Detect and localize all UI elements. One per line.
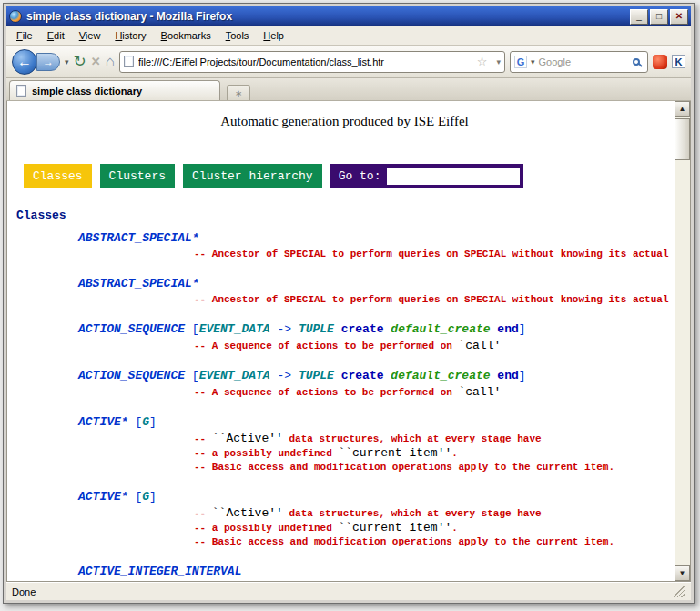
extension-red-icon[interactable] [653, 55, 667, 69]
navigation-toolbar: ← → ▾ ↻ ✕ ⌂ file:///C:/Eiffel Projects/t… [6, 46, 691, 78]
menu-help[interactable]: Help [257, 27, 290, 44]
scroll-up-icon[interactable]: ▲ [675, 101, 690, 117]
tab-simple-class-dictionary[interactable]: simple class dictionary [9, 80, 220, 100]
class-signature-link[interactable]: ABSTRACT_SPECIAL* [78, 231, 675, 246]
browser-window: simple class dictionary - Mozilla Firefo… [3, 3, 695, 604]
class-comments: -- A sequence of actions to be performed… [194, 385, 675, 400]
class-comments: -- A sequence of actions to be performed… [194, 339, 675, 353]
class-signature-link[interactable]: ACTIVE_INTEGER_INTERVAL [78, 565, 675, 579]
menu-view[interactable]: View [73, 27, 107, 44]
goto-input[interactable] [387, 168, 520, 185]
tabbar: simple class dictionary ∗ [6, 78, 691, 101]
comment-line: -- A sequence of actions to be performed… [194, 385, 675, 400]
content-area: Automatic generation produced by ISE Eif… [6, 101, 691, 582]
page-icon [124, 56, 134, 67]
nav-button-cluster-hierarchy[interactable]: Cluster hierarchy [183, 164, 322, 188]
class-entry: ACTIVE* [G]-- ``Active'' data structures… [78, 490, 675, 549]
class-signature-link[interactable]: ACTIVE* [G] [78, 415, 675, 430]
window-title: simple class dictionary - Mozilla Firefo… [26, 10, 625, 23]
nav-button-classes[interactable]: Classes [24, 164, 92, 188]
page-title: Automatic generation produced by ISE Eif… [15, 114, 675, 129]
comment-line: -- a possibly undefined ``current item''… [194, 446, 675, 461]
minimize-button[interactable]: _ [630, 9, 648, 25]
goto-box: Go to: [330, 164, 524, 188]
firefox-icon [9, 10, 22, 23]
menu-edit[interactable]: Edit [41, 27, 71, 44]
menu-history[interactable]: History [108, 27, 152, 44]
comment-line: -- a possibly undefined ``current item''… [194, 521, 675, 535]
scroll-down-icon[interactable]: ▼ [675, 565, 690, 581]
comment-line: -- Ancestor of SPECIAL to perform querie… [194, 293, 675, 307]
class-signature-link[interactable]: ACTIVE* [G] [78, 490, 675, 504]
class-comments: -- ``Active'' data structures, which at … [194, 432, 675, 474]
url-text[interactable]: file:///C:/Eiffel Projects/tour/Document… [138, 56, 472, 67]
status-text: Done [12, 586, 36, 597]
class-signature-link[interactable]: ACTION_SEQUENCE [EVENT_DATA -> TUPLE cre… [78, 369, 675, 383]
nav-button-clusters[interactable]: Clusters [100, 164, 175, 188]
google-icon: G [514, 56, 527, 68]
maximize-button[interactable]: □ [650, 9, 668, 25]
goto-label: Go to: [339, 169, 381, 183]
bookmark-star-icon[interactable]: ☆ [477, 55, 488, 68]
classes-heading: Classes [16, 209, 675, 222]
extension-k-icon[interactable]: K [672, 55, 685, 68]
class-comments: -- Ancestor of SPECIAL to perform querie… [194, 248, 675, 261]
url-dropdown-icon[interactable]: ▾ [492, 57, 501, 66]
resize-grip[interactable] [674, 586, 685, 597]
home-button[interactable]: ⌂ [106, 54, 115, 69]
class-signature-link[interactable]: ACTION_SEQUENCE [EVENT_DATA -> TUPLE cre… [78, 322, 675, 337]
class-entry: ACTION_SEQUENCE [EVENT_DATA -> TUPLE cre… [78, 369, 675, 400]
menubar: FileEditViewHistoryBookmarksToolsHelp [6, 26, 691, 46]
titlebar[interactable]: simple class dictionary - Mozilla Firefo… [6, 6, 691, 26]
class-entry: ABSTRACT_SPECIAL*-- Ancestor of SPECIAL … [78, 231, 675, 261]
page-nav-row: ClassesClustersCluster hierarchy Go to: [24, 164, 675, 188]
forward-button[interactable]: → [36, 53, 60, 71]
search-engine-dropdown-icon[interactable]: ▾ [531, 57, 535, 66]
class-signature-link[interactable]: ABSTRACT_SPECIAL* [78, 277, 675, 291]
tab-label: simple class dictionary [32, 86, 142, 97]
tab-page-icon [16, 85, 26, 97]
back-button[interactable]: ← [12, 49, 37, 75]
new-tab-button[interactable]: ∗ [227, 85, 250, 100]
page: Automatic generation produced by ISE Eif… [7, 101, 675, 581]
menu-file[interactable]: File [10, 27, 39, 44]
menu-tools[interactable]: Tools [219, 27, 256, 44]
window-controls: _ □ ✕ [630, 9, 688, 25]
stop-button[interactable]: ✕ [91, 55, 101, 68]
comment-line: -- ``Active'' data structures, which at … [194, 432, 675, 446]
comment-line: -- Basic access and modification operati… [194, 461, 675, 474]
comment-line: -- Basic access and modification operati… [194, 535, 675, 549]
close-button[interactable]: ✕ [670, 9, 688, 25]
comment-line: -- ``Active'' data structures, which at … [194, 506, 675, 521]
search-input[interactable]: Google [539, 56, 629, 67]
class-entry: ABSTRACT_SPECIAL*-- Ancestor of SPECIAL … [78, 277, 675, 307]
history-dropdown-icon[interactable]: ▾ [65, 57, 69, 66]
vertical-scrollbar[interactable]: ▲ ▼ [675, 101, 690, 581]
search-icon[interactable] [633, 58, 640, 66]
class-comments: -- Ancestor of SPECIAL to perform querie… [194, 293, 675, 307]
comment-line: -- A sequence of actions to be performed… [194, 339, 675, 353]
scrollbar-thumb[interactable] [675, 118, 690, 160]
class-comments: -- ``Active'' data structures, which at … [194, 506, 675, 549]
class-entry: ACTIVE* [G]-- ``Active'' data structures… [78, 415, 675, 474]
class-entry: ACTIVE_INTEGER_INTERVAL [78, 565, 675, 579]
reload-button[interactable]: ↻ [74, 54, 86, 69]
url-bar[interactable]: file:///C:/Eiffel Projects/tour/Document… [119, 51, 505, 73]
menu-bookmarks[interactable]: Bookmarks [155, 27, 218, 44]
class-entry: ACTION_SEQUENCE [EVENT_DATA -> TUPLE cre… [78, 322, 675, 353]
page-nav-buttons: ClassesClustersCluster hierarchy [24, 164, 322, 188]
class-list: ABSTRACT_SPECIAL*-- Ancestor of SPECIAL … [78, 231, 675, 579]
comment-line: -- Ancestor of SPECIAL to perform querie… [194, 248, 675, 261]
statusbar: Done [6, 582, 691, 600]
search-box[interactable]: G ▾ Google [510, 51, 648, 73]
